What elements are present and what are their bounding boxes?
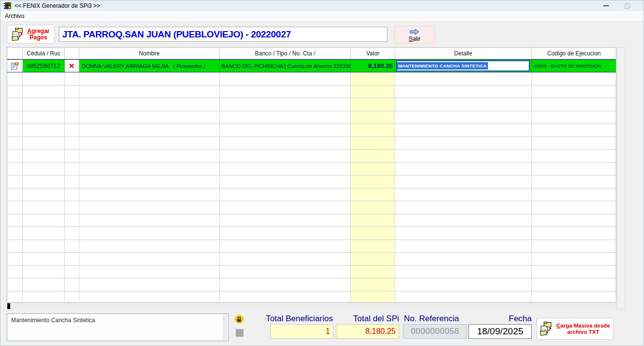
restore-icon xyxy=(625,3,631,9)
header-banco: Banco / Tipo / No. Cta / xyxy=(220,48,351,59)
exit-arrow-icon xyxy=(410,29,419,35)
table-row-empty xyxy=(7,98,616,111)
folder-load-icon xyxy=(540,322,554,336)
header-nombre: Nombre xyxy=(79,48,220,59)
carga-masiva-label: Carga Masiva desde archivo TXT xyxy=(557,323,610,335)
cell-valor[interactable]: 8,180.25 xyxy=(351,60,395,72)
header-valor: Valor xyxy=(351,48,395,59)
table-row-empty xyxy=(7,86,616,99)
salir-button[interactable]: Salir xyxy=(394,26,435,44)
detalle-comment-box[interactable]: Mantenimiento Cancha Sintetica xyxy=(7,313,229,341)
entity-title-text: JTA. PARROQ.SAN JUAN (PUEBLOVIEJO) - 202… xyxy=(59,29,291,40)
cell-banco[interactable]: BANCO DEL PICHINCHA [ Cuenta de Ahorros … xyxy=(220,60,351,72)
cell-detalle: MANTENIMIENTO CANCHA SINTETICA xyxy=(395,60,532,72)
table-row-empty xyxy=(7,253,616,266)
payments-grid: Cédula / Ruc Nombre Banco / Tipo / No. C… xyxy=(7,47,616,303)
entity-title-field[interactable]: JTA. PARROQ.SAN JUAN (PUEBLOVIEJO) - 202… xyxy=(59,27,387,42)
total-beneficiarios-field: 1 xyxy=(270,324,333,339)
menu-bar: Archivo xyxy=(0,11,644,21)
gray-indicator-square xyxy=(236,329,244,337)
restore-button[interactable] xyxy=(617,0,639,11)
folder-add-icon xyxy=(12,28,25,41)
table-row-empty xyxy=(7,163,616,176)
table-row-empty xyxy=(7,240,616,253)
title-bar: << FENIX Generador de SPi3 >> xyxy=(0,0,644,11)
header-detalle: Detalle xyxy=(395,48,532,59)
detalle-selected-text: MANTENIMIENTO CANCHA SINTETICA xyxy=(397,62,488,69)
header-delete-col xyxy=(65,48,79,59)
cell-nombre[interactable]: DONNA VALERY ARRIAGA MEJIA ( Proveedor ) xyxy=(79,60,220,72)
table-row-empty xyxy=(7,175,616,189)
grid-empty-rows xyxy=(7,72,616,303)
detalle-edit-input[interactable]: MANTENIMIENTO CANCHA SINTETICA xyxy=(396,60,530,71)
comment-text: Mantenimiento Cancha Sintetica xyxy=(11,317,95,324)
table-row-empty xyxy=(7,227,616,240)
comment-scrollbar[interactable] xyxy=(223,314,228,340)
table-row-empty xyxy=(7,150,616,163)
agregar-pagos-label: Agregar Pagos xyxy=(27,28,50,41)
window-title: << FENIX Generador de SPi3 >> xyxy=(15,2,100,9)
grid-header-row: Cédula / Ruc Nombre Banco / Tipo / No. C… xyxy=(7,48,616,59)
fecha-field[interactable]: 18/09/2025 xyxy=(469,324,532,339)
table-row-empty xyxy=(7,72,616,86)
total-beneficiarios-label: Total Beneficiarios xyxy=(252,314,333,324)
edit-row-button[interactable] xyxy=(7,60,23,72)
edit-properties-icon xyxy=(11,62,19,70)
header-icon-col xyxy=(7,48,23,59)
referencia-field: 0000000058 xyxy=(403,324,467,339)
table-row-empty xyxy=(7,201,616,214)
hscroll-thumb[interactable] xyxy=(7,303,10,309)
grid-vertical-scrollbar[interactable] xyxy=(617,47,626,310)
header-cedula: Cédula / Ruc xyxy=(23,48,65,59)
lock-icon[interactable] xyxy=(235,315,244,324)
referencia-label: No. Referencia xyxy=(404,314,459,324)
total-spi-label: Total del SPi xyxy=(343,314,399,324)
total-spi-field: 8,180.25 xyxy=(336,324,399,339)
grid-horizontal-scrollbar[interactable] xyxy=(7,303,617,310)
table-row-empty xyxy=(7,189,616,202)
salir-label: Salir xyxy=(409,35,420,42)
table-row-empty xyxy=(7,292,616,303)
table-row-empty xyxy=(7,137,616,150)
minimize-icon xyxy=(603,5,609,6)
carga-masiva-button[interactable]: Carga Masiva desde archivo TXT xyxy=(537,318,613,340)
app-window: << FENIX Generador de SPi3 >> Archivo Ag xyxy=(0,0,644,346)
minimize-button[interactable] xyxy=(595,0,617,11)
table-row-empty xyxy=(7,278,616,292)
header-codigo: Codigo de Ejecucion xyxy=(532,48,616,59)
app-logo-icon xyxy=(3,2,11,9)
table-row-empty xyxy=(7,214,616,227)
table-row-selected[interactable]: 0952598712 ✕ DONNA VALERY ARRIAGA MEJIA … xyxy=(7,59,616,72)
agregar-pagos-button[interactable]: Agregar Pagos xyxy=(7,25,54,44)
table-row-empty xyxy=(7,266,616,279)
fecha-label: Fecha xyxy=(479,314,532,324)
table-row-empty xyxy=(7,124,616,137)
cell-cedula[interactable]: 0952598712 xyxy=(23,60,65,72)
delete-row-button[interactable]: ✕ xyxy=(65,60,79,72)
menu-archivo[interactable]: Archivo xyxy=(0,11,29,21)
table-row-empty xyxy=(7,111,616,124)
delete-x-icon: ✕ xyxy=(69,62,75,69)
cell-codigo[interactable]: 40300 - GASTO DE INVERSIÓN xyxy=(532,60,616,72)
